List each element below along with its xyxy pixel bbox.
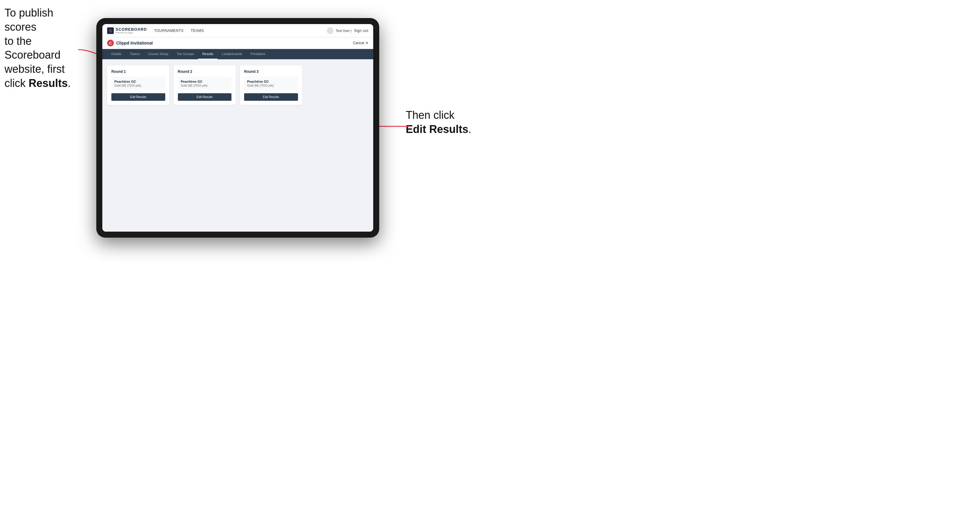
rounds-grid: Round 1 Peachtree GC Gold (M) (7010 yds)… [107,65,368,105]
round-2-card: Round 2 Peachtree GC Gold (M) (7010 yds)… [173,65,236,105]
logo-text: SCOREBOARD [116,27,147,31]
nav-right: Test User | Sign out [327,27,368,34]
round-3-course-detail: Gold (M) (7010 yds) [247,84,295,87]
tablet-device: S SCOREBOARD Powered by clippd TOURNAMEN… [96,18,379,238]
round-2-title: Round 2 [178,70,232,74]
nav-teams[interactable]: TEAMS [191,29,204,33]
tab-printables[interactable]: Printables [247,49,270,59]
round-3-card: Round 3 Peachtree GC Gold (M) (7010 yds)… [240,65,302,105]
tournament-icon: C [107,40,114,46]
logo-block: SCOREBOARD Powered by clippd [116,27,147,34]
tab-teams[interactable]: Teams [126,49,144,59]
nav-links: TOURNAMENTS TEAMS [154,29,327,33]
user-avatar [327,27,334,34]
top-navigation: S SCOREBOARD Powered by clippd TOURNAMEN… [102,24,373,37]
user-label: Test User | [336,29,352,32]
cancel-button[interactable]: Cancel ✕ [353,41,368,45]
close-icon: ✕ [365,41,368,45]
round-1-course-card: Peachtree GC Gold (M) (7010 yds) [111,77,165,90]
round-3-course-name: Peachtree GC [247,80,295,83]
round-2-course-card: Peachtree GC Gold (M) (7010 yds) [178,77,232,90]
tournament-header: C Clippd Invitational Cancel ✕ [102,37,373,49]
logo-icon: S [107,27,114,34]
logo-area: S SCOREBOARD Powered by clippd [107,27,147,34]
round-1-card: Round 1 Peachtree GC Gold (M) (7010 yds)… [107,65,169,105]
tournament-title-row: C Clippd Invitational [107,40,153,46]
tab-details[interactable]: Details [107,49,126,59]
round-3-title: Round 3 [244,70,298,74]
round-2-course-name: Peachtree GC [181,80,229,83]
round-1-title: Round 1 [111,70,165,74]
tournament-name: Clippd Invitational [116,41,153,45]
tab-leaderboards[interactable]: Leaderboards [218,49,247,59]
signout-link[interactable]: Sign out [354,29,368,33]
tab-navigation: Details Teams Course Setup Tee Groups Re… [102,49,373,59]
tab-course-setup[interactable]: Course Setup [144,49,172,59]
round-4-empty [306,65,369,105]
tab-results[interactable]: Results [198,49,218,59]
round-3-course-card: Peachtree GC Gold (M) (7010 yds) [244,77,298,90]
logo-sub: Powered by clippd [116,32,147,34]
round-3-edit-results-button[interactable]: Edit Results [244,93,298,101]
tablet-screen: S SCOREBOARD Powered by clippd TOURNAMEN… [102,24,373,232]
round-2-edit-results-button[interactable]: Edit Results [178,93,232,101]
round-2-course-detail: Gold (M) (7010 yds) [181,84,229,87]
main-content: Round 1 Peachtree GC Gold (M) (7010 yds)… [102,59,373,232]
round-1-edit-results-button[interactable]: Edit Results [111,93,165,101]
instruction-left: To publish scores to the Scoreboard webs… [5,6,86,90]
tab-tee-groups[interactable]: Tee Groups [172,49,198,59]
instruction-right: Then click Edit Results. [406,108,484,137]
round-1-course-name: Peachtree GC [115,80,162,83]
round-1-course-detail: Gold (M) (7010 yds) [115,84,162,87]
nav-tournaments[interactable]: TOURNAMENTS [154,29,184,33]
